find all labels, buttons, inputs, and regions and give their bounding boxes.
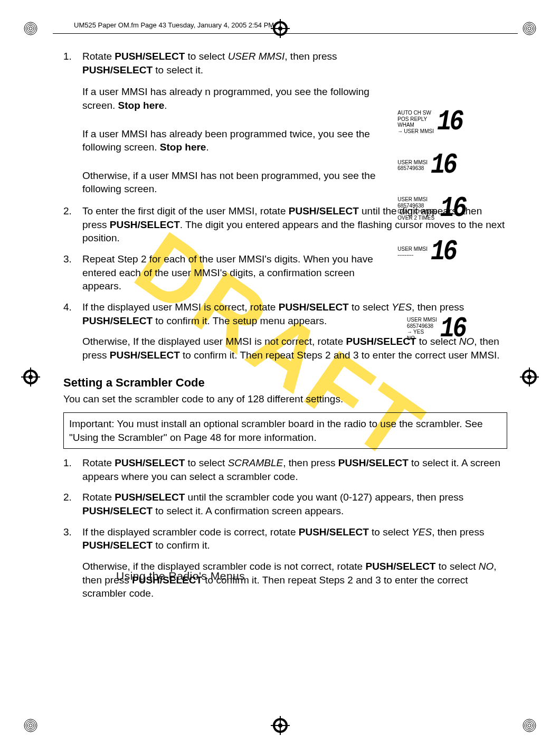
svg-point-25 (527, 375, 531, 379)
lcd-line: CAN'T CHANGE (397, 209, 437, 215)
step-number: 3. (63, 525, 82, 539)
lcd-screen: USER MMSI 685749638 YES NO 16 (407, 313, 465, 345)
registration-ring-icon (520, 716, 539, 735)
svg-point-15 (528, 724, 531, 727)
step-text: Rotate PUSH/SELECT until the scrambler c… (82, 491, 507, 517)
crosshair-target-icon (21, 367, 40, 387)
step-subpara: If a user MMSI has already n programmed,… (82, 85, 378, 112)
lcd-line: 685749638 (397, 165, 428, 172)
lcd-line: 685749638 (407, 323, 437, 329)
lcd-line-selected: YES (407, 329, 437, 335)
lcd-screens-column: AUTO CH SW POS REPLY WHAM USER MMSI 16 U… (397, 106, 465, 279)
numbered-step: 3. If the displayed scrambler code is co… (63, 525, 507, 600)
registration-ring-icon (21, 19, 40, 38)
lcd-line: WHAM (397, 122, 434, 128)
lcd-line: --------- (397, 252, 428, 258)
svg-point-12 (523, 719, 536, 732)
step-number: 4. (63, 300, 82, 314)
footer-section-title: Using the Radio's Menus (116, 570, 245, 582)
svg-point-4 (523, 22, 536, 35)
lcd-line: USER MMSI (407, 317, 437, 323)
content-area: AUTO CH SW POS REPLY WHAM USER MMSI 16 U… (53, 50, 518, 600)
lcd-line: USER MMSI (397, 196, 437, 203)
svg-point-20 (29, 375, 33, 379)
svg-point-6 (526, 25, 533, 32)
step-number: 1. (63, 456, 82, 470)
lcd-screen: USER MMSI 685749638 16 (397, 149, 455, 182)
step-text: If the displayed scrambler code is corre… (82, 525, 507, 552)
step-subpara: If a user MMSI has already been programm… (82, 127, 378, 154)
running-header: UM525 Paper OM.fm Page 43 Tuesday, Janua… (74, 21, 518, 29)
step-subpara: Otherwise, if a user MMSI has not been p… (82, 169, 378, 196)
registration-ring-icon (21, 716, 40, 735)
lcd-screens-column: USER MMSI 685749638 YES NO 16 (407, 313, 465, 356)
step-number: 3. (63, 252, 82, 266)
lcd-screen: USER MMSI 685749638 CAN'T CHANGE OVER 2 … (397, 192, 465, 225)
crosshair-target-icon (271, 716, 290, 735)
crosshair-target-icon (520, 367, 539, 387)
lcd-channel-number: 16 (431, 146, 455, 184)
step-number: 2. (63, 491, 82, 504)
numbered-step: 1. Rotate PUSH/SELECT to select SCRAMBLE… (63, 456, 507, 483)
svg-point-3 (29, 27, 32, 30)
step-number: 1. (63, 50, 82, 63)
page: DRAFT UM525 Paper OM.fm Page 43 Tuesday,… (0, 0, 560, 754)
lcd-line: POS REPLY (397, 116, 434, 122)
svg-point-2 (27, 25, 34, 32)
svg-point-10 (27, 722, 34, 729)
svg-point-14 (526, 722, 533, 729)
section-heading: Setting a Scrambler Code (63, 375, 507, 391)
lcd-channel-number: 16 (440, 310, 465, 347)
lcd-channel-number: 16 (440, 190, 465, 228)
svg-point-0 (24, 22, 37, 35)
lcd-line: AUTO CH SW (397, 110, 434, 116)
important-note-box: Important: You must install an optional … (63, 412, 507, 449)
svg-point-8 (24, 719, 37, 732)
step-number: 2. (63, 204, 82, 218)
lcd-line: 685749638 (397, 203, 437, 209)
lcd-channel-number: 16 (431, 233, 455, 271)
lcd-screen: USER MMSI --------- 16 (397, 235, 455, 268)
page-footer: Using the Radio's Menus 43 (116, 566, 560, 582)
section-intro: You can set the scrambler code to any of… (63, 392, 507, 406)
lcd-screen: AUTO CH SW POS REPLY WHAM USER MMSI 16 (397, 106, 462, 138)
lcd-line: USER MMSI (397, 159, 428, 166)
lcd-line: OVER 2 TIMES (397, 215, 437, 221)
lcd-line-selected: USER MMSI (397, 128, 434, 135)
lcd-line: USER MMSI (397, 246, 428, 252)
step-text: Rotate PUSH/SELECT to select USER MMSI, … (82, 50, 378, 77)
svg-point-7 (528, 27, 531, 30)
note-text: Important: You must install an optional … (69, 418, 483, 443)
lcd-line: NO (407, 335, 437, 342)
svg-point-30 (278, 723, 282, 728)
svg-point-11 (29, 724, 32, 727)
step-text: Repeat Step 2 for each of the user MMSI'… (82, 252, 378, 293)
registration-ring-icon (520, 19, 539, 38)
numbered-step: 2. Rotate PUSH/SELECT until the scramble… (63, 491, 507, 517)
step-text: Rotate PUSH/SELECT to select SCRAMBLE, t… (82, 456, 507, 483)
lcd-channel-number: 16 (437, 103, 462, 140)
